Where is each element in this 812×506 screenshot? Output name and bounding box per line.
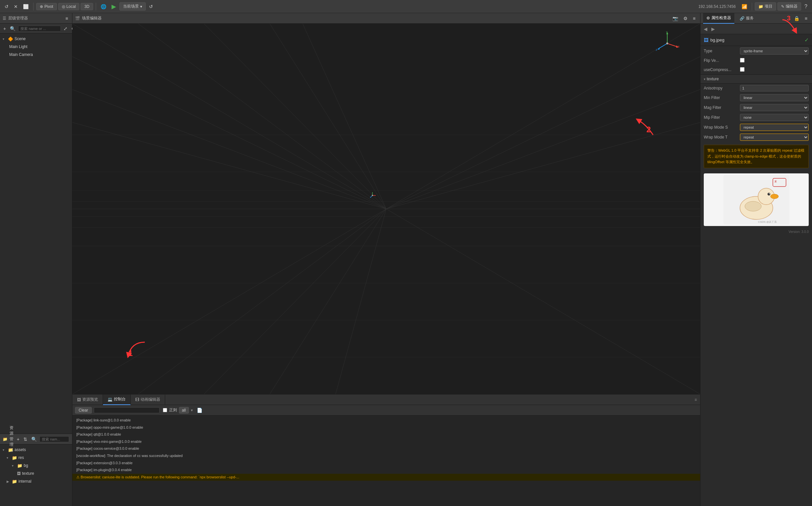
console-line-1: [Package] oppo-mini-game@1.0.0 enable (72, 424, 700, 431)
res-folder-node[interactable]: ▾ 📁 res (0, 454, 72, 461)
nav-back-btn[interactable]: ◀ (703, 26, 709, 32)
mip-filter-value: none linear nearest (740, 114, 809, 121)
bottom-panel-menu[interactable]: ≡ (691, 398, 700, 402)
wrap-mode-s-value: repeat clamp-to-edge (740, 124, 809, 131)
wrap-mode-s-select[interactable]: repeat clamp-to-edge (740, 124, 809, 131)
regex-checkbox[interactable] (163, 408, 167, 412)
min-filter-value: linear nearest (740, 94, 809, 101)
globe-icon-btn[interactable]: 🌐 (99, 3, 108, 10)
main-light-node[interactable]: Main Light (0, 43, 72, 51)
play-button[interactable]: ▶ (109, 2, 118, 11)
texture-section-header[interactable]: ▾ texture (701, 74, 812, 84)
scene-editor-title: 场景编辑器 (82, 15, 102, 21)
texture-node[interactable]: 🖼 texture (0, 470, 72, 477)
regex-label: 正则 (169, 407, 177, 413)
anisotropy-input[interactable] (740, 85, 809, 91)
assets-search-input[interactable] (39, 436, 69, 442)
stop-btn[interactable]: ✕ (12, 3, 20, 10)
search-asset-btn[interactable]: 🔍 (30, 436, 38, 442)
pivot-button[interactable]: ⊕ Pivot (36, 3, 57, 10)
right-panel: ⚙ 属性检查器 🔗 服务 3 🔒 ≡ (700, 13, 812, 506)
version-text: Version: 3.0.0 (789, 230, 809, 234)
mag-filter-select[interactable]: linear nearest (740, 104, 809, 111)
expand-btn[interactable]: ⤢ (62, 26, 69, 31)
search-hierarchy-btn[interactable]: 🔍 (9, 26, 17, 31)
project-button[interactable]: 📁 项目 (755, 2, 776, 10)
bg-folder-node[interactable]: ▾ 📁 bg (0, 461, 72, 470)
sort-asset-btn[interactable]: ⇅ (22, 436, 29, 442)
svg-line-35 (659, 44, 667, 49)
tab-console[interactable]: 💻 控制台 (103, 395, 130, 405)
clear-button[interactable]: Clear (75, 407, 92, 414)
scene-canvas[interactable]: Y X Z 1 (72, 24, 700, 394)
gizmo: Y X Z (654, 30, 681, 57)
scene-node[interactable]: ▾ 🔶 Scene (0, 35, 72, 43)
mip-filter-select[interactable]: none linear nearest (740, 114, 809, 121)
flip-vert-row: Flip Ve... (701, 56, 812, 65)
hierarchy-menu-btn[interactable]: ≡ (64, 16, 69, 21)
left-panel: ☰ 层级管理器 ≡ + 🔍 ⤢ ↺ ▾ 🔶 Scene Main Light (0, 13, 72, 506)
tab-animation[interactable]: 🎞 动画编辑器 (130, 395, 165, 405)
scene-arrow: ▾ (3, 37, 7, 41)
warning-box: 警告：WebGL 1.0 平台不支持非 2 次幂贴图的 repeat 过滤模式，… (704, 145, 809, 168)
maximize-btn[interactable]: ⬜ (21, 3, 30, 10)
tab-properties[interactable]: ⚙ 属性检查器 (703, 13, 734, 24)
local-icon: ◎ (62, 4, 65, 9)
refresh-btn[interactable]: ↺ (3, 3, 10, 10)
texture-section-title: texture (707, 77, 719, 81)
editor-button[interactable]: ✎ 编辑器 (778, 2, 801, 10)
svg-point-51 (745, 201, 761, 211)
min-filter-label: Min Filter (704, 95, 740, 100)
wrap-mode-s-row: Wrap Mode S repeat clamp-to-edge (701, 122, 812, 132)
mag-filter-row: Mag Filter linear nearest (701, 103, 812, 112)
help-button[interactable]: ? (802, 3, 809, 10)
min-filter-row: Min Filter linear nearest (701, 93, 812, 103)
svg-point-50 (769, 193, 770, 194)
3d-button[interactable]: 3D (81, 3, 93, 10)
min-filter-select[interactable]: linear nearest (740, 94, 809, 101)
grid-svg (72, 24, 700, 394)
chevron-down-icon2: ▾ (191, 408, 193, 413)
internal-folder-node[interactable]: ▶ 📁 internal (0, 477, 72, 485)
use-compress-checkbox[interactable] (740, 67, 744, 72)
scene-editor-icon: 🎬 (75, 16, 80, 21)
assets-arrow: ▾ (3, 448, 7, 452)
local-button[interactable]: ◎ Local (58, 3, 80, 10)
console-line-3: [Package] vivo-mini-game@1.0.0 enable (72, 438, 700, 445)
main-camera-node[interactable]: Main Camera (0, 51, 72, 59)
sep1 (33, 3, 33, 10)
scene-camera-btn[interactable]: 📷 (670, 15, 680, 22)
nav-forward-btn[interactable]: ▶ (710, 26, 716, 32)
tab-assets-preview[interactable]: 🖼 资源预览 (72, 395, 103, 405)
hierarchy-title: 层级管理器 (8, 15, 28, 21)
scene-settings-btn[interactable]: ⚙ (682, 15, 690, 22)
add-node-btn[interactable]: + (2, 26, 7, 31)
type-select[interactable]: sprite-frame texture (740, 48, 809, 55)
console-line-6: [Package] extension@3.0.3 enable (72, 459, 700, 467)
console-search-input[interactable] (94, 407, 160, 413)
texture-arrow-icon: ▾ (704, 77, 705, 81)
console-line-2: [Package] qtt@1.0.0 enable (72, 431, 700, 438)
scene-select[interactable]: 当前场景 ▾ (119, 2, 146, 10)
console-icon: 💻 (108, 397, 112, 402)
hierarchy-header: ☰ 层级管理器 ≡ (0, 13, 72, 24)
console-file-btn[interactable]: 📄 (195, 407, 204, 414)
bg-folder-icon: 📁 (17, 463, 22, 468)
res-arrow: ▾ (7, 456, 10, 459)
mip-filter-row: Mip Filter none linear nearest (701, 112, 812, 122)
tab-services[interactable]: 🔗 服务 (736, 13, 757, 24)
all-filter-btn[interactable]: all (179, 407, 189, 414)
scene-menu-btn[interactable]: ≡ (691, 15, 698, 22)
wrap-mode-t-select[interactable]: repeat clamp-to-edge (740, 134, 809, 141)
asset-file-icon: 🖼 (704, 37, 708, 43)
hierarchy-search-input[interactable] (18, 26, 61, 31)
services-icon: 🔗 (740, 16, 744, 21)
hierarchy-folder-icon: ☰ (3, 16, 6, 21)
svg-point-37 (666, 43, 668, 45)
assets-folder-node[interactable]: ▾ 📁 assets (0, 446, 72, 454)
refresh-scene-btn[interactable]: ↺ (147, 3, 155, 10)
add-asset-btn[interactable]: + (15, 436, 21, 442)
inspector-menu-btn[interactable]: ≡ (803, 15, 809, 22)
flip-vert-checkbox[interactable] (740, 58, 744, 63)
type-row: Type sprite-frame texture (701, 46, 812, 56)
